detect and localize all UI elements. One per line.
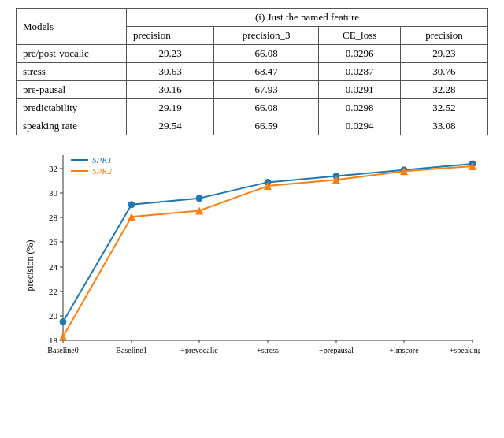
ytick-32: 32 (49, 164, 57, 173)
xtick-4: +prepausal (319, 346, 354, 354)
col-celoss: CE_loss (319, 27, 401, 45)
cell-val: 32.52 (400, 99, 487, 117)
table-row: pre/post-vocalic 29.23 66.08 0.0296 29.2… (17, 45, 488, 63)
col-precision3: precision_3 (214, 27, 319, 45)
group-header: (i) Just the named feature (127, 9, 488, 27)
cell-val: 30.63 (127, 63, 214, 81)
cell-val: 0.0294 (319, 117, 401, 135)
xtick-5: +lmscore (389, 346, 419, 354)
models-header: Models (17, 9, 127, 45)
line-chart: precision (%) 18 20 (24, 143, 480, 372)
table-section: Models (i) Just the named feature precis… (16, 8, 488, 135)
xtick-3: +stress (257, 346, 279, 354)
ytick-18: 18 (49, 336, 58, 345)
model-name: stress (17, 63, 127, 81)
results-table: Models (i) Just the named feature precis… (16, 8, 488, 135)
chart-section: SPK1 SPK2 precision (%) (16, 143, 488, 430)
cell-val: 30.16 (127, 81, 214, 99)
ytick-30: 30 (49, 188, 58, 198)
cell-val: 66.08 (214, 99, 319, 117)
ytick-20: 20 (49, 311, 58, 321)
cell-val: 29.19 (127, 99, 214, 117)
xtick-1: Baseline1 (116, 346, 146, 354)
y-axis-label: precision (%) (24, 240, 35, 291)
table-row: speaking rate 29.54 66.59 0.0294 33.08 (17, 117, 488, 135)
cell-val: 29.23 (127, 45, 214, 63)
table-row: pre-pausal 30.16 67.93 0.0291 32.28 (17, 81, 488, 99)
xtick-2: +prevocalic (180, 346, 218, 354)
cell-val: 32.28 (400, 81, 487, 99)
table-row: predictability 29.19 66.08 0.0298 32.52 (17, 99, 488, 117)
cell-val: 66.59 (214, 117, 319, 135)
cell-val: 67.93 (214, 81, 319, 99)
ytick-26: 26 (49, 237, 58, 247)
model-name: speaking rate (17, 117, 127, 135)
model-name: predictability (17, 99, 127, 117)
spk1-point-0 (60, 319, 66, 325)
cell-val: 0.0291 (319, 81, 401, 99)
cell-val: 0.0298 (319, 99, 401, 117)
spk1-point-1 (128, 202, 135, 208)
cell-val: 29.54 (127, 117, 214, 135)
model-name: pre-pausal (17, 81, 127, 99)
cell-val: 0.0296 (319, 45, 401, 63)
col-precision: precision (127, 27, 214, 45)
ytick-22: 22 (49, 287, 57, 296)
chart-container: SPK1 SPK2 precision (%) (24, 143, 480, 372)
spk2-line-chart (59, 162, 476, 340)
cell-val: 30.76 (400, 63, 487, 81)
cell-val: 0.0287 (319, 63, 401, 81)
chart-axes: 18 20 22 24 26 28 30 32 (47, 155, 480, 354)
xtick-0: Baseline0 (47, 346, 78, 354)
page-container: Models (i) Just the named feature precis… (0, 0, 504, 438)
cell-val: 33.08 (400, 117, 487, 135)
cell-val: 68.47 (214, 63, 319, 81)
xtick-6: +speaking rate (450, 346, 480, 354)
cell-val: 66.08 (214, 45, 319, 63)
spk2-point-0 (59, 332, 67, 340)
ytick-24: 24 (49, 262, 58, 272)
model-name: pre/post-vocalic (17, 45, 127, 63)
spk1-point-2 (196, 195, 202, 202)
col-precision2: precision (400, 27, 487, 45)
table-row: stress 30.63 68.47 0.0287 30.76 (17, 63, 488, 81)
ytick-28: 28 (49, 213, 58, 222)
cell-val: 29.23 (400, 45, 487, 63)
